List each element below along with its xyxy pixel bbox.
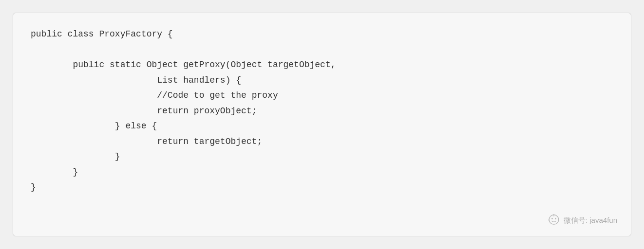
code-line-7: } else { (31, 121, 157, 131)
code-line-10: } (31, 167, 78, 177)
watermark-text: 微信号: java4fun (564, 216, 617, 225)
code-line-4: List handlers) { (31, 75, 241, 85)
svg-point-1 (551, 218, 553, 220)
wechat-icon (547, 213, 561, 227)
code-line-11: } (31, 182, 36, 192)
code-line-6: return proxyObject; (31, 106, 257, 116)
code-line-9: } (31, 152, 120, 161)
code-line-5: //Code to get the proxy (31, 90, 278, 100)
code-line-8: return targetObject; (31, 137, 262, 146)
svg-point-2 (555, 218, 556, 220)
code-line-3: public static Object getProxy(Object tar… (31, 60, 336, 70)
watermark: 微信号: java4fun (547, 213, 617, 227)
code-line-1: public class ProxyFactory { (31, 29, 173, 39)
code-block: public class ProxyFactory { public stati… (31, 27, 613, 196)
code-container: public class ProxyFactory { public stati… (13, 13, 631, 236)
svg-point-4 (553, 214, 554, 215)
